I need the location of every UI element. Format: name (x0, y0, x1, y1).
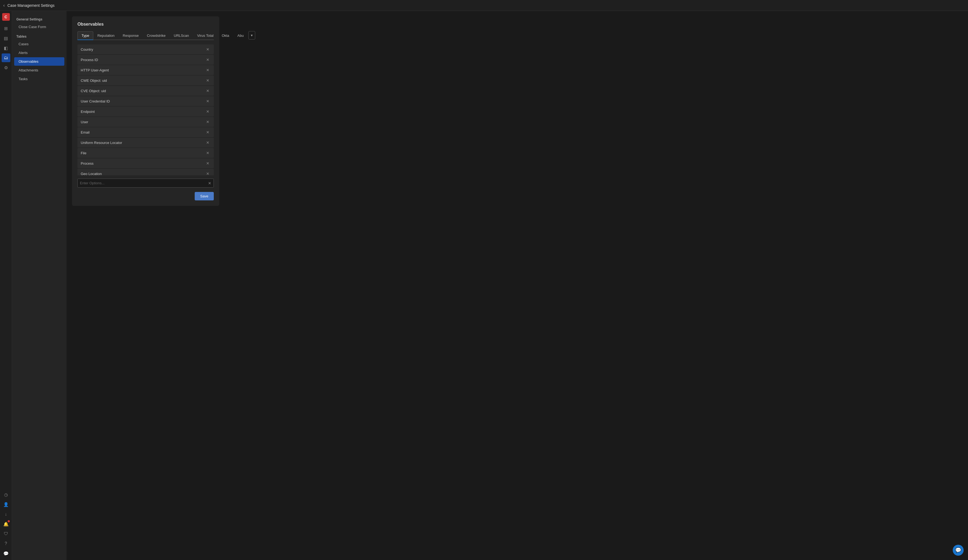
list-item-remove-button[interactable]: ✕ (205, 109, 211, 114)
nav-icon-inbox[interactable]: ▤ (2, 34, 10, 43)
list-item: User✕ (78, 117, 214, 127)
list-item-remove-button[interactable]: ✕ (205, 46, 211, 52)
list-item: HTTP User-Agent✕ (78, 65, 214, 75)
list-item-remove-button[interactable]: ✕ (205, 88, 211, 93)
list-item: Process✕ (78, 158, 214, 168)
nav-icon-help[interactable]: ? (2, 539, 10, 548)
list-item-remove-button[interactable]: ✕ (205, 161, 211, 166)
list-item-label: Process ID (81, 58, 98, 62)
tab-okta[interactable]: Okta (217, 31, 233, 40)
back-button[interactable]: ‹ (3, 3, 5, 8)
list-item-remove-button[interactable]: ✕ (205, 67, 211, 73)
list-item-label: Country (81, 48, 93, 51)
list-item-label: CVE Object: uid (81, 89, 106, 93)
list-item: Email✕ (78, 127, 214, 137)
list-item-remove-button[interactable]: ✕ (205, 57, 211, 63)
list-item-label: Process (81, 161, 93, 166)
chat-bubble-button[interactable]: 💬 (953, 545, 964, 556)
save-button[interactable]: Save (195, 192, 214, 200)
list-item: CWE Object: uid✕ (78, 76, 214, 85)
nav-item-close-case-form[interactable]: Close Case Form (14, 23, 65, 31)
tabs-more-button[interactable]: ▾ (249, 31, 255, 40)
topbar-title: Case Management Settings (7, 3, 55, 8)
main-content: Observables Type Reputation Response Cro… (66, 11, 968, 560)
list-item: CVE Object: uid✕ (78, 86, 214, 96)
options-input[interactable] (80, 179, 208, 187)
observables-panel: Observables Type Reputation Response Cro… (72, 17, 219, 206)
tab-urlscan[interactable]: URLScan (170, 31, 193, 40)
topbar: ‹ Case Management Settings (0, 0, 968, 11)
list-item-label: Endpoint (81, 109, 94, 114)
nav-icon-clock[interactable]: ◷ (2, 490, 10, 499)
list-item-remove-button[interactable]: ✕ (205, 98, 211, 104)
list-item-remove-button[interactable]: ✕ (205, 150, 211, 156)
list-item-remove-button[interactable]: ✕ (205, 140, 211, 145)
list-item: Country✕ (78, 45, 214, 54)
tab-virus-total[interactable]: Virus Total (193, 31, 217, 40)
settings-nav: General Settings Close Case Form Tables … (12, 11, 66, 560)
nav-icon-chat[interactable]: 💬 (2, 549, 10, 558)
list-item-label: User Credential ID (81, 99, 110, 103)
app-logo: C (2, 13, 10, 21)
icon-sidebar: C ⊞ ▤ ◧ 🗂 ⚙ ◷ 👤 ↓ 🔔 🛡 ? 💬 (0, 11, 12, 560)
nav-icon-cases[interactable]: 🗂 (2, 53, 10, 62)
tab-reputation[interactable]: Reputation (93, 31, 119, 40)
nav-item-attachments[interactable]: Attachments (14, 66, 65, 75)
list-item: Uniform Resource Locator✕ (78, 138, 214, 147)
list-item-label: User (81, 120, 88, 124)
tab-crowdstrike[interactable]: Crowdstrike (143, 31, 170, 40)
tabs-bar: Type Reputation Response Crowdstrike URL… (78, 31, 214, 40)
nav-item-alerts[interactable]: Alerts (14, 48, 65, 57)
tab-response[interactable]: Response (119, 31, 143, 40)
list-item: Geo Location✕ (78, 169, 214, 175)
nav-icon-download[interactable]: ↓ (2, 510, 10, 519)
list-item-remove-button[interactable]: ✕ (205, 119, 211, 124)
tab-type[interactable]: Type (78, 31, 93, 40)
nav-icon-shield[interactable]: 🛡 (2, 529, 10, 538)
nav-item-observables[interactable]: Observables (14, 57, 65, 66)
list-item-label: File (81, 151, 86, 155)
list-item: Process ID✕ (78, 55, 214, 65)
nav-item-cases[interactable]: Cases (14, 40, 65, 48)
list-item: Endpoint✕ (78, 107, 214, 116)
list-item: File✕ (78, 148, 214, 158)
tab-abu[interactable]: Abu (234, 31, 248, 40)
nav-icon-user[interactable]: 👤 (2, 500, 10, 509)
list-item-remove-button[interactable]: ✕ (205, 78, 211, 83)
list-item-remove-button[interactable]: ✕ (205, 129, 211, 135)
section-title-tables: Tables (12, 31, 66, 40)
section-title-general: General Settings (12, 15, 66, 22)
list-item-label: Email (81, 130, 90, 134)
list-item-label: Geo Location (81, 172, 102, 176)
nav-item-tasks[interactable]: Tasks (14, 75, 65, 83)
input-row: ✕ (78, 179, 214, 187)
nav-icon-layers[interactable]: ◧ (2, 44, 10, 52)
notification-badge (8, 520, 10, 522)
items-list: Country✕Process ID✕HTTP User-Agent✕CWE O… (78, 45, 214, 175)
list-item-remove-button[interactable]: ✕ (205, 171, 211, 175)
list-item-label: CWE Object: uid (81, 78, 107, 83)
nav-icon-grid[interactable]: ⊞ (2, 24, 10, 33)
list-item: User Credential ID✕ (78, 96, 214, 106)
list-item-label: Uniform Resource Locator (81, 141, 122, 145)
nav-icon-settings[interactable]: ⚙ (2, 63, 10, 72)
nav-icon-bell[interactable]: 🔔 (2, 520, 10, 529)
list-item-label: HTTP User-Agent (81, 68, 109, 72)
panel-title: Observables (78, 22, 214, 27)
input-clear-button[interactable]: ✕ (208, 181, 211, 186)
panel-footer: Save (78, 192, 214, 200)
